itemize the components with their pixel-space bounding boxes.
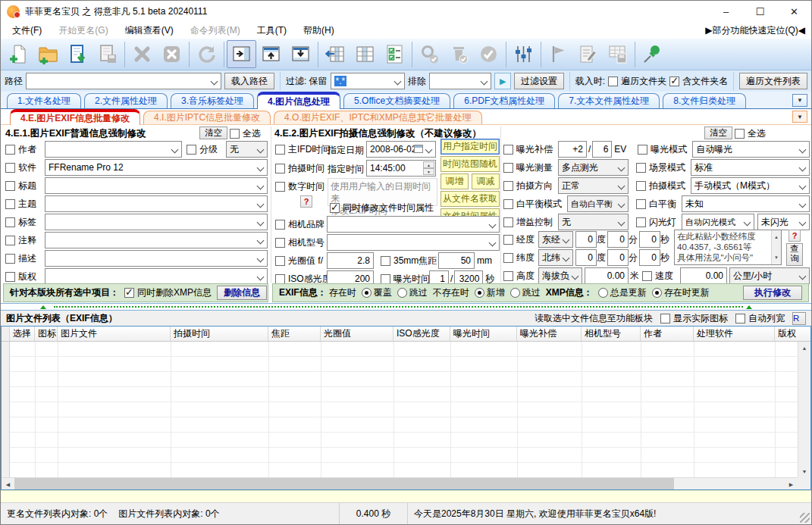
col-icon[interactable]: 图标 <box>35 327 58 341</box>
gps-textarea-scrollbar[interactable]: ▲▼ <box>771 230 781 264</box>
subject-checkbox[interactable]: 主题 <box>5 198 45 211</box>
ev-num-input[interactable]: +2 <box>558 141 587 158</box>
digital-time-checkbox[interactable]: 数字时间 <box>275 180 324 193</box>
title-combobox[interactable] <box>45 177 268 194</box>
lat-deg-input[interactable]: 0 <box>575 249 597 266</box>
add-radio[interactable]: 新增 <box>475 286 505 299</box>
comment-checkbox[interactable]: 注释 <box>5 234 45 247</box>
subject-combobox[interactable] <box>45 195 268 212</box>
metering-combobox[interactable]: 多点测光 <box>558 159 629 176</box>
gps-paste-textarea[interactable]: 在此粘贴小数经纬度40.4357, -3.6561等具体用法见"小问号" ▲▼ <box>674 230 782 265</box>
focal35-input[interactable]: 50 <box>438 252 475 269</box>
minimize-button[interactable]: – <box>709 1 743 22</box>
scroll-right-icon[interactable]: ▶ <box>785 478 798 491</box>
table-columns-icon[interactable] <box>350 40 380 68</box>
menu-edit-view[interactable]: 编辑查看(V) <box>117 22 182 39</box>
shoot-mode-checkbox[interactable]: 拍摄模式 <box>636 180 691 192</box>
right-select-all-checkbox[interactable]: 全选 <box>735 127 766 140</box>
horizontal-scroll-thumb[interactable] <box>14 478 674 489</box>
sub-tab-overflow-button[interactable]: ▼ <box>792 111 807 123</box>
description-combobox[interactable] <box>45 250 268 267</box>
col-copyright[interactable]: 版权 <box>775 327 810 341</box>
tab-file-classify[interactable]: 8.文件归类处理 <box>663 93 746 108</box>
left-select-all-checkbox[interactable]: 全选 <box>230 127 261 140</box>
tab-filename[interactable]: 1.文件名处理 <box>7 93 81 108</box>
scroll-down-icon[interactable]: ▼ <box>798 465 810 478</box>
from-filename-button[interactable]: 从文件名获取 <box>440 191 500 207</box>
col-author[interactable]: 作者 <box>641 327 694 341</box>
splitter-collapse-icon-right[interactable] <box>746 305 752 309</box>
delete-info-button[interactable]: 删除信息 <box>217 286 267 300</box>
lon-min-input[interactable]: 0 <box>607 231 629 248</box>
table-body[interactable]: ▲ ▼ <box>2 342 810 478</box>
overwrite-radio[interactable]: 覆盖 <box>362 286 392 299</box>
panel-up-icon[interactable] <box>256 40 286 68</box>
lat-sec-input[interactable]: 0 <box>639 249 660 266</box>
sliders-icon[interactable] <box>509 40 538 68</box>
keep-filter-combobox[interactable]: *.* <box>331 73 405 89</box>
col-ev[interactable]: 曝光补偿 <box>517 327 582 341</box>
checklist-icon[interactable] <box>380 40 409 68</box>
auto-column-width-checkbox[interactable]: 自动列宽 <box>735 312 785 325</box>
skip-not-exists-radio[interactable]: 跳过 <box>510 286 541 299</box>
new-file-icon[interactable] <box>4 40 33 68</box>
increase-button[interactable]: 调增 <box>440 173 469 189</box>
close-button[interactable]: ✕ <box>777 1 811 22</box>
exposure-mode-checkbox[interactable]: 曝光模式 <box>638 143 692 156</box>
col-shot-time[interactable]: 拍摄时间 <box>171 327 268 341</box>
tab-file-attrs[interactable]: 2.文件属性处理 <box>84 93 168 108</box>
orientation-checkbox[interactable]: 拍摄方向 <box>503 180 558 192</box>
aperture-checkbox[interactable]: 光圈值 f/ <box>275 255 327 267</box>
left-clear-button[interactable]: 清空 <box>199 127 227 139</box>
open-folder-icon[interactable] <box>33 40 63 68</box>
read-info-label[interactable]: 读取选中文件信息至功能板块 <box>535 312 653 325</box>
copyright-combobox[interactable] <box>45 268 268 285</box>
col-select[interactable]: 选择 <box>10 327 35 341</box>
wb-mode-combobox[interactable]: 自动白平衡 <box>567 195 629 212</box>
gps-query-button[interactable]: 查询 <box>786 243 803 266</box>
col-camera-model[interactable]: 相机型号 <box>582 327 641 341</box>
title-checkbox[interactable]: 标题 <box>5 180 45 192</box>
orientation-combobox[interactable]: 正常 <box>558 177 629 194</box>
subtab-exif-batch[interactable]: 4.E.图片EXIF信息批量修改 <box>10 109 140 125</box>
wb-checkbox[interactable]: 白平衡 <box>636 198 682 211</box>
longitude-checkbox[interactable]: 经度 <box>503 233 538 246</box>
table-column-left-icon[interactable] <box>321 40 350 68</box>
lon-sec-input[interactable]: 0 <box>639 231 660 248</box>
rating-combobox[interactable]: 无 <box>226 141 268 158</box>
always-update-radio[interactable]: 总是更新 <box>598 286 647 299</box>
import-list-icon[interactable] <box>63 40 92 68</box>
filter-settings-button[interactable]: 过滤设置 <box>514 73 564 89</box>
tags-checkbox[interactable]: 标签 <box>5 216 45 229</box>
time-input[interactable]: 14:45:00 ▲▼ <box>366 160 436 177</box>
traverse-folders-checkbox[interactable]: 遍历文件夹 <box>608 75 666 88</box>
scene-combobox[interactable]: 标准 <box>691 159 810 176</box>
include-folder-name-checkbox[interactable]: 含文件夹名 <box>669 75 728 88</box>
ev-checkbox[interactable]: 曝光补偿 <box>503 143 558 156</box>
exposure-mode-combobox[interactable]: 自动曝光 <box>692 141 810 158</box>
update-when-exists-radio[interactable]: 存在时更新 <box>652 286 710 299</box>
latitude-checkbox[interactable]: 纬度 <box>503 252 538 264</box>
right-clear-button[interactable]: 清空 <box>704 127 732 139</box>
show-real-icons-checkbox[interactable]: 显示实际图标 <box>660 312 728 325</box>
tab-office-summary[interactable]: 5.Office文档摘要处理 <box>343 93 450 108</box>
menu-tools[interactable]: 工具(T) <box>249 22 295 39</box>
panel-down-icon[interactable] <box>286 40 315 68</box>
altitude-checkbox[interactable]: 高度 <box>503 270 538 283</box>
panel-right-icon[interactable] <box>227 40 256 68</box>
tab-image-info[interactable]: 4.图片信息处理 <box>257 92 340 109</box>
modify-file-time-checkbox[interactable]: 同时修改文件时间属性 <box>330 202 434 214</box>
col-exposure-time[interactable]: 曝光时间 <box>450 327 517 341</box>
user-time-button[interactable]: 用户指定时间 <box>440 139 500 155</box>
tab-text-attrs[interactable]: 7.文本文件属性处理 <box>558 93 660 108</box>
delete-xmp-checkbox[interactable]: 同时删除XMP信息 <box>124 286 212 299</box>
scroll-up-icon[interactable]: ▲ <box>798 342 810 355</box>
longitude-dir-combobox[interactable]: 东经 <box>538 231 573 248</box>
gain-checkbox[interactable]: 增益控制 <box>503 216 558 229</box>
aperture-input[interactable]: 2.8 <box>327 252 374 269</box>
speed-unit-combobox[interactable]: 公里/小时 <box>729 267 810 284</box>
exclude-filter-combobox[interactable] <box>429 73 491 89</box>
camera-brand-combobox[interactable] <box>327 216 500 233</box>
main-tab-overflow-button[interactable]: ▼ <box>792 94 807 107</box>
speed-input[interactable]: 0.00 <box>680 267 727 284</box>
